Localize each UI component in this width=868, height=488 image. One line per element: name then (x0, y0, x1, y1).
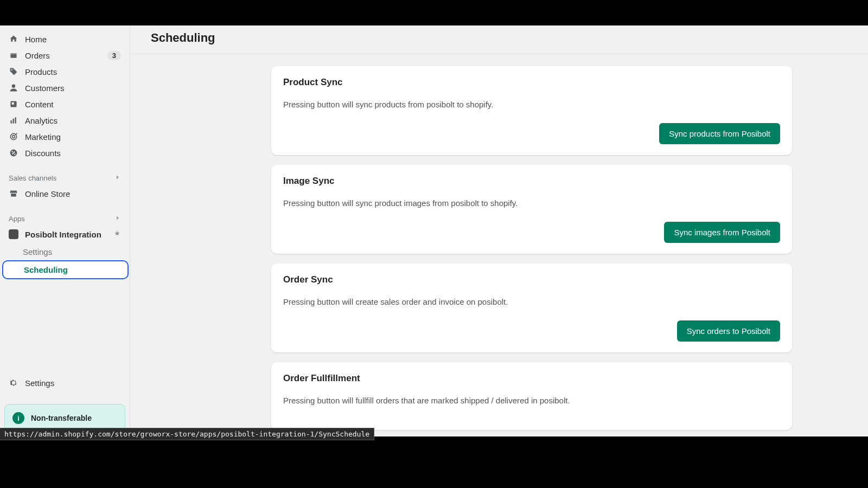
nav-settings[interactable]: Settings (3, 374, 126, 392)
svg-point-10 (12, 136, 15, 138)
section-sales-channels[interactable]: Sales channels (0, 171, 130, 185)
svg-rect-8 (15, 117, 16, 123)
page-header: Scheduling (130, 25, 868, 54)
pin-icon[interactable] (113, 230, 121, 239)
svg-point-2 (11, 69, 12, 70)
discounts-icon (9, 148, 18, 158)
card-title: Order Sync (283, 274, 780, 285)
card-title: Product Sync (283, 77, 780, 88)
chevron-right-icon (114, 215, 121, 223)
section-apps[interactable]: Apps (0, 211, 130, 226)
card-desc: Pressing button will sync product images… (283, 198, 780, 208)
svg-rect-1 (10, 53, 16, 54)
nav-label: Discounts (25, 149, 121, 158)
marketing-icon (9, 132, 18, 142)
page-title: Scheduling (151, 31, 847, 45)
app-subnav: Settings Scheduling (0, 243, 130, 279)
nav-content[interactable]: Content (3, 96, 126, 112)
nav-analytics[interactable]: Analytics (3, 112, 126, 129)
app-posibolt-integration[interactable]: Posibolt Integration (3, 226, 126, 242)
card-desc: Pressing button will create sales order … (283, 297, 780, 306)
store-icon (9, 189, 18, 198)
content-icon (9, 99, 18, 109)
sales-channels-list: Online Store (0, 185, 130, 202)
orders-badge: 3 (107, 51, 121, 60)
sidebar-footer: Settings i Non-transferable (0, 374, 130, 436)
card-image-sync: Image Sync Pressing button will sync pro… (271, 165, 792, 254)
nav-label: Products (25, 67, 121, 76)
nav-label: Analytics (25, 116, 121, 125)
page-body: Product Sync Pressing button will sync p… (130, 54, 868, 436)
section-label: Apps (9, 215, 25, 223)
svg-point-12 (11, 151, 12, 152)
card-desc: Pressing button will sync products from … (283, 100, 780, 109)
svg-point-13 (14, 153, 15, 155)
nav-discounts[interactable]: Discounts (3, 145, 126, 161)
info-text: Non-transferable (31, 414, 92, 422)
main-content: Scheduling Product Sync Pressing button … (130, 25, 868, 436)
nav-orders[interactable]: Orders 3 (3, 47, 126, 63)
info-icon: i (12, 412, 24, 424)
nav-label: Content (25, 100, 121, 109)
section-label: Sales channels (9, 174, 56, 182)
apps-list: Posibolt Integration (0, 226, 130, 242)
nav-products[interactable]: Products (3, 63, 126, 80)
nav-online-store[interactable]: Online Store (3, 185, 126, 202)
products-icon (9, 67, 18, 76)
gear-icon (9, 378, 18, 388)
settings-label: Settings (25, 378, 54, 388)
app-label: Posibolt Integration (25, 230, 101, 239)
nav-label: Marketing (25, 132, 121, 142)
nav-home[interactable]: Home (3, 31, 126, 47)
subnav-scheduling[interactable]: Scheduling (2, 260, 129, 279)
nav-label: Customers (25, 84, 121, 93)
card-title: Image Sync (283, 176, 780, 187)
card-title: Order Fullfillment (283, 373, 780, 384)
nav-label: Home (25, 35, 121, 44)
card-order-sync: Order Sync Pressing button will create s… (271, 264, 792, 352)
sidebar: Home Orders 3 Products Customers (0, 25, 130, 436)
nav-label: Orders (25, 51, 101, 60)
home-icon (9, 34, 18, 44)
card-order-fulfillment: Order Fullfillment Pressing button will … (271, 362, 792, 430)
svg-rect-7 (12, 119, 14, 124)
chevron-right-icon (114, 174, 121, 182)
card-desc: Pressing button will fullfill orders tha… (283, 396, 780, 405)
app-icon (9, 229, 18, 239)
svg-rect-6 (10, 120, 11, 124)
status-url-bar: https://admin.shopify.com/store/groworx-… (0, 428, 374, 440)
nav-label: Online Store (25, 189, 121, 198)
sync-products-button[interactable]: Sync products from Posibolt (659, 123, 780, 144)
sync-images-button[interactable]: Sync images from Posibolt (664, 222, 780, 243)
nav-marketing[interactable]: Marketing (3, 129, 126, 145)
nav-customers[interactable]: Customers (3, 80, 126, 96)
svg-rect-5 (12, 102, 14, 105)
orders-icon (9, 50, 18, 60)
card-product-sync: Product Sync Pressing button will sync p… (271, 66, 792, 155)
analytics-icon (9, 115, 18, 125)
primary-nav: Home Orders 3 Products Customers (0, 31, 130, 161)
customers-icon (9, 83, 18, 93)
svg-point-3 (12, 85, 15, 88)
sync-orders-button[interactable]: Sync orders to Posibolt (677, 320, 780, 342)
subnav-settings[interactable]: Settings (15, 243, 130, 260)
